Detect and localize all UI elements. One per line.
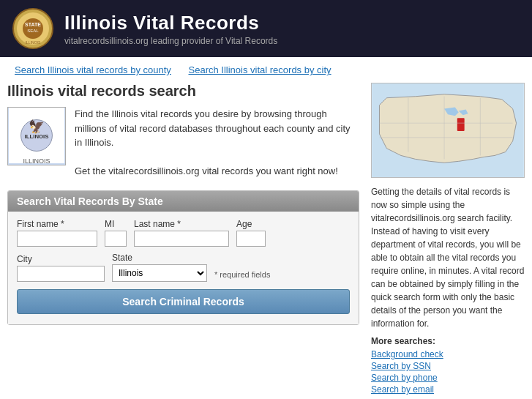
state-label: State [112,253,207,263]
search-criminal-records-button[interactable]: Search Criminal Records [17,289,350,314]
page-title: Illinois vital records search [7,83,359,100]
intro-section: ILLINOIS 🦅 ILLINOIS Find the Illinois vi… [7,107,359,179]
search-ssn-link[interactable]: Search by SSN [371,361,525,371]
more-searches: More searches: Background check Search b… [371,336,525,395]
search-email-link[interactable]: Search by email [371,384,525,395]
mi-field: MI [105,219,127,247]
search-form: First name * MI Last name * Age [8,212,359,324]
site-logo: STATE SEAL ILLINOIS [12,7,54,50]
nav-links: Search Illinois vital records by county … [0,57,532,83]
intro-text: Find the Illinois vital records you desi… [75,107,359,179]
svg-text:ILLINOIS: ILLINOIS [25,133,49,140]
site-title: Illinois Vital Records [64,12,277,34]
main-layout: Illinois vital records search ILLINOIS 🦅… [0,83,532,396]
firstname-label: First name * [17,219,97,229]
svg-text:SEAL: SEAL [27,29,39,33]
state-select[interactable]: Illinois [112,264,207,282]
form-row-names: First name * MI Last name * Age [17,219,350,247]
lastname-label: Last name * [134,219,229,229]
more-searches-label: More searches: [371,336,525,346]
us-map-image [371,83,525,178]
city-input[interactable] [17,266,105,282]
mi-label: MI [105,219,127,229]
age-field: Age [236,219,266,247]
age-label: Age [236,219,266,229]
header-text: Illinois Vital Records vitalrecordsillin… [64,12,277,46]
search-box-title: Search Vital Records By State [8,191,359,212]
intro-paragraph-1: Find the Illinois vital records you desi… [75,107,359,150]
svg-text:🦅: 🦅 [29,119,45,135]
right-description: Getting the details of vital records is … [371,185,525,330]
city-field: City [17,254,105,282]
city-label: City [17,254,105,264]
background-check-link[interactable]: Background check [371,349,525,359]
right-column: Getting the details of vital records is … [371,83,525,396]
illinois-flag-image: ILLINOIS 🦅 ILLINOIS [7,107,66,165]
header: STATE SEAL ILLINOIS Illinois Vital Recor… [0,0,532,57]
intro-paragraph-2: Get the vitalrecordsillinois.org vital r… [75,164,359,179]
svg-text:ILLINOIS: ILLINOIS [26,40,41,45]
site-subtitle: vitalrecordsillinois.org leading provide… [64,36,277,46]
search-box: Search Vital Records By State First name… [7,190,359,325]
age-input[interactable] [236,231,266,247]
left-column: Illinois vital records search ILLINOIS 🦅… [7,83,359,396]
state-field: State Illinois [112,253,207,282]
search-phone-link[interactable]: Search by phone [371,373,525,383]
nav-county-link[interactable]: Search Illinois vital records by county [15,64,171,75]
form-row-location: City State Illinois * required fields [17,253,350,282]
lastname-input[interactable] [134,231,229,247]
firstname-input[interactable] [17,231,97,247]
nav-city-link[interactable]: Search Illinois vital records by city [189,64,331,75]
required-note: * required fields [214,270,270,282]
flag-label: ILLINOIS [23,157,50,165]
svg-text:STATE: STATE [25,22,41,27]
lastname-field: Last name * [134,219,229,247]
firstname-field: First name * [17,219,97,247]
svg-rect-13 [457,118,465,131]
mi-input[interactable] [105,231,127,247]
